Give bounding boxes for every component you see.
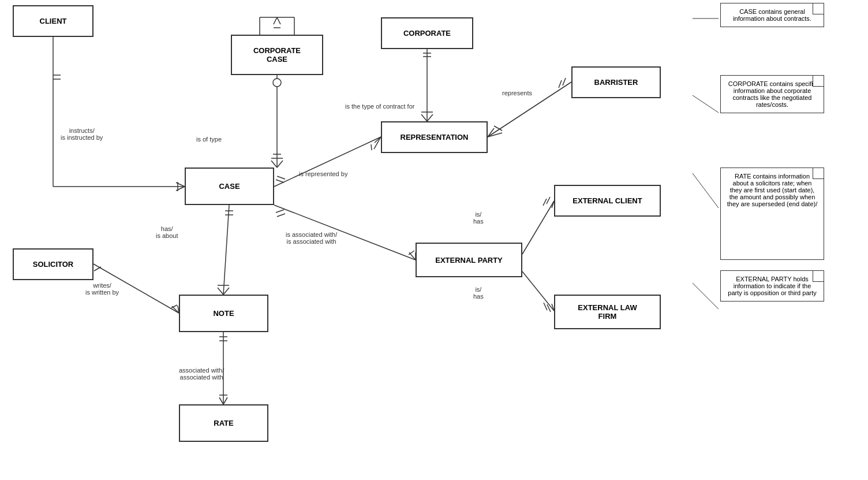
case-note: CASE contains general information about … xyxy=(720,3,824,27)
svg-line-63 xyxy=(171,305,177,308)
svg-line-28 xyxy=(488,128,494,137)
svg-line-27 xyxy=(559,80,562,88)
svg-line-57 xyxy=(223,288,229,295)
barrister-entity: BARRISTER xyxy=(571,66,661,98)
writes-by-label: writes/ is written by xyxy=(85,282,119,296)
svg-line-50 xyxy=(544,303,547,310)
svg-line-49 xyxy=(547,304,551,312)
svg-line-34 xyxy=(375,137,381,143)
external-party-note: EXTERNAL PARTY holds information to indi… xyxy=(720,270,824,302)
external-client-entity: EXTERNAL CLIENT xyxy=(554,185,661,217)
svg-line-45 xyxy=(543,199,547,206)
rate-note: RATE contains information about a solici… xyxy=(720,168,824,260)
note-entity: NOTE xyxy=(179,295,268,332)
svg-line-38 xyxy=(276,210,284,213)
svg-line-4 xyxy=(176,183,185,187)
svg-line-68 xyxy=(223,397,227,404)
corporate-entity: CORPORATE xyxy=(381,17,473,49)
svg-line-44 xyxy=(547,197,550,204)
svg-line-53 xyxy=(223,205,229,295)
svg-line-43 xyxy=(522,201,554,254)
rate-entity: RATE xyxy=(179,404,268,442)
corporate-case-entity: CORPORATE CASE xyxy=(231,35,323,75)
svg-line-16 xyxy=(274,17,277,24)
client-entity: CLIENT xyxy=(13,5,93,37)
svg-line-60 xyxy=(94,267,101,271)
represents-label: represents xyxy=(502,90,532,96)
svg-line-35 xyxy=(374,137,381,149)
svg-line-39 xyxy=(277,214,285,217)
svg-line-48 xyxy=(522,271,554,311)
has-is-about-label: has/ is about xyxy=(156,225,178,239)
svg-line-17 xyxy=(277,17,280,24)
representation-entity: REPRESENTATION xyxy=(381,121,488,153)
svg-line-22 xyxy=(421,114,427,121)
diagram: CLIENT CORPORATE CORPORATE CASE BARRISTE… xyxy=(0,0,868,480)
is-has-ext-law-label: is/ has xyxy=(473,286,484,300)
svg-line-32 xyxy=(276,180,284,183)
svg-line-72 xyxy=(693,173,719,208)
svg-line-56 xyxy=(218,288,223,295)
svg-line-5 xyxy=(176,187,185,191)
svg-line-40 xyxy=(409,252,416,260)
is-represented-by-label: is represented by xyxy=(299,170,347,177)
external-law-firm-entity: EXTERNAL LAW FIRM xyxy=(554,295,661,329)
external-party-entity: EXTERNAL PARTY xyxy=(416,243,522,277)
svg-line-10 xyxy=(277,161,283,168)
svg-line-26 xyxy=(563,78,566,85)
associated-with-label: associated with/ associated with xyxy=(179,367,224,381)
svg-line-61 xyxy=(172,306,179,313)
svg-line-29 xyxy=(488,133,502,137)
svg-line-30 xyxy=(494,126,502,131)
instructs-label: instructs/ is instructed by xyxy=(61,127,103,141)
type-of-contract-label: is the type of contract for xyxy=(345,103,414,110)
svg-line-9 xyxy=(271,161,277,168)
svg-line-42 xyxy=(409,251,414,255)
svg-line-67 xyxy=(219,397,223,404)
svg-line-71 xyxy=(693,95,719,113)
svg-line-33 xyxy=(277,176,285,179)
is-of-type-label: is of type xyxy=(196,136,222,143)
solicitor-entity: SOLICITOR xyxy=(13,248,93,280)
case-entity: CASE xyxy=(185,168,274,205)
svg-line-73 xyxy=(693,283,719,309)
svg-point-8 xyxy=(273,79,281,87)
is-has-ext-client-label: is/ has xyxy=(473,211,484,225)
svg-line-36 xyxy=(371,144,372,150)
svg-line-31 xyxy=(274,137,381,187)
is-associated-with-label: is associated with/ is associated with xyxy=(286,231,337,245)
svg-line-23 xyxy=(427,114,433,121)
corporate-note: CORPORATE contains specific information … xyxy=(720,75,824,113)
